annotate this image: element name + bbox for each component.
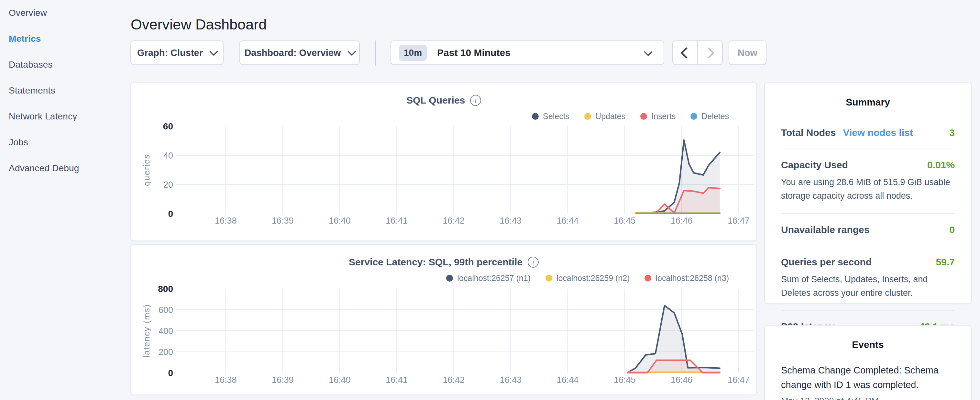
svg-text:16:46: 16:46 xyxy=(671,216,693,226)
legend-dot xyxy=(446,275,453,282)
summary-title: Summary xyxy=(765,83,971,108)
sidebar-item-network-latency[interactable]: Network Latency xyxy=(0,104,129,129)
chevron-down-icon xyxy=(209,47,218,56)
sidebar-item-metrics[interactable]: Metrics xyxy=(0,26,129,52)
summary-value: 0 xyxy=(949,224,955,235)
svg-text:16:47: 16:47 xyxy=(728,375,749,385)
summary-description: You are using 28.6 MiB of 515.9 GiB usab… xyxy=(781,176,955,203)
chevron-left-icon xyxy=(681,47,692,58)
chevron-down-icon xyxy=(644,48,652,56)
summary-label: Unavailable ranges xyxy=(781,224,869,235)
chart-legend: localhost:26257 (n1)localhost:26259 (n2)… xyxy=(446,274,729,283)
sidebar-item-overview[interactable]: Overview xyxy=(0,0,129,26)
svg-text:16:44: 16:44 xyxy=(557,375,579,385)
summary-row: Unavailable ranges0 xyxy=(781,214,955,246)
legend-item: Selects xyxy=(532,112,570,121)
view-nodes-link[interactable]: View nodes list xyxy=(843,127,913,138)
summary-description: Sum of Selects, Updates, Inserts, and De… xyxy=(781,273,955,300)
chart-header: SQL Queries xyxy=(131,83,756,106)
legend-label: Inserts xyxy=(651,112,676,121)
page-title: Overview Dashboard xyxy=(131,16,267,33)
summary-panel: Summary Total NodesView nodes list3Capac… xyxy=(764,83,972,304)
svg-text:16:39: 16:39 xyxy=(272,216,294,226)
svg-text:16:42: 16:42 xyxy=(442,216,465,226)
sql-queries-plot[interactable]: 16:3816:3916:4016:4116:4216:4316:4416:45… xyxy=(131,83,756,241)
legend-item: localhost:26259 (n2) xyxy=(546,274,630,283)
svg-text:40: 40 xyxy=(163,151,173,161)
time-range-pager xyxy=(672,40,723,65)
legend-item: Inserts xyxy=(640,112,676,121)
svg-text:16:43: 16:43 xyxy=(500,216,522,226)
svg-text:16:43: 16:43 xyxy=(500,375,522,385)
chart-header: Service Latency: SQL, 99th percentile xyxy=(131,245,756,268)
time-range-label: Past 10 Minutes xyxy=(437,47,511,58)
summary-row: Total NodesView nodes list3 xyxy=(781,117,955,149)
next-range-button[interactable] xyxy=(697,41,722,64)
summary-row: Capacity Used0.01%You are using 28.6 MiB… xyxy=(781,149,955,214)
summary-label: Capacity Used xyxy=(781,159,848,171)
info-icon[interactable] xyxy=(528,257,539,268)
svg-text:16:41: 16:41 xyxy=(386,216,408,226)
svg-text:16:41: 16:41 xyxy=(386,375,408,385)
svg-text:16:38: 16:38 xyxy=(215,216,237,226)
legend-label: Deletes xyxy=(702,112,729,121)
svg-text:latency (ms): latency (ms) xyxy=(142,304,151,358)
time-range-badge: 10m xyxy=(399,45,427,61)
sidebar: OverviewMetricsDatabasesStatementsNetwor… xyxy=(0,0,129,400)
svg-text:0: 0 xyxy=(168,368,173,378)
svg-text:16:44: 16:44 xyxy=(557,216,579,226)
svg-text:16:45: 16:45 xyxy=(614,375,636,385)
svg-text:20: 20 xyxy=(163,180,173,190)
now-button[interactable]: Now xyxy=(729,40,767,65)
summary-label: Total Nodes xyxy=(781,127,836,138)
svg-text:16:47: 16:47 xyxy=(728,216,749,226)
chart-title: Service Latency: SQL, 99th percentile xyxy=(349,257,522,268)
svg-text:400: 400 xyxy=(159,326,173,336)
legend-item: localhost:26257 (n1) xyxy=(446,274,531,283)
legend-item: Deletes xyxy=(690,112,729,121)
info-icon[interactable] xyxy=(470,95,481,106)
event-message: Schema Change Completed: Schema change w… xyxy=(781,363,955,392)
sidebar-item-jobs[interactable]: Jobs xyxy=(0,129,129,155)
svg-text:16:38: 16:38 xyxy=(215,375,237,385)
legend-item: localhost:26258 (n3) xyxy=(644,274,729,283)
events-panel: Events Schema Change Completed: Schema c… xyxy=(764,325,972,400)
legend-label: Selects xyxy=(543,112,570,121)
svg-text:16:42: 16:42 xyxy=(442,375,465,385)
graph-dropdown-label: Graph: Cluster xyxy=(137,48,203,58)
event-item: Schema Change Completed: Schema change w… xyxy=(765,363,971,400)
svg-text:16:46: 16:46 xyxy=(671,375,693,385)
chart-legend: SelectsUpdatesInsertsDeletes xyxy=(532,112,729,121)
sidebar-item-databases[interactable]: Databases xyxy=(0,52,129,78)
prev-range-button[interactable] xyxy=(673,41,697,64)
chevron-down-icon xyxy=(347,47,356,56)
time-range-selector[interactable]: 10m Past 10 Minutes xyxy=(390,40,664,65)
svg-text:16:40: 16:40 xyxy=(329,375,351,385)
summary-row: Queries per second59.7Sum of Selects, Up… xyxy=(781,246,955,311)
chart-panel-sql-queries: SQL Queries SelectsUpdatesInsertsDeletes… xyxy=(130,83,757,241)
svg-text:60: 60 xyxy=(163,121,173,131)
dashboard-dropdown[interactable]: Dashboard: Overview xyxy=(239,40,360,65)
chevron-right-icon xyxy=(703,47,714,58)
legend-dot xyxy=(640,113,647,120)
summary-rows: Total NodesView nodes list3Capacity Used… xyxy=(765,117,971,343)
sidebar-item-statements[interactable]: Statements xyxy=(0,78,129,104)
summary-value: 0.01% xyxy=(927,159,955,171)
sidebar-item-advanced-debug[interactable]: Advanced Debug xyxy=(0,155,129,181)
legend-item: Updates xyxy=(584,112,625,121)
legend-label: Updates xyxy=(595,112,625,121)
events-list: Schema Change Completed: Schema change w… xyxy=(765,363,971,400)
graph-dropdown[interactable]: Graph: Cluster xyxy=(130,40,224,65)
svg-text:800: 800 xyxy=(158,284,173,294)
controls-divider xyxy=(375,40,376,66)
svg-text:600: 600 xyxy=(159,305,173,315)
chart-title: SQL Queries xyxy=(406,95,465,106)
legend-dot xyxy=(584,113,591,120)
svg-text:16:45: 16:45 xyxy=(614,216,636,226)
chart-panel-service-latency: Service Latency: SQL, 99th percentile lo… xyxy=(130,244,757,395)
events-title: Events xyxy=(765,325,971,350)
summary-value: 59.7 xyxy=(936,257,955,268)
controls-bar: Graph: Cluster Dashboard: Overview 10m P… xyxy=(130,40,778,66)
legend-dot xyxy=(644,275,651,282)
legend-dot xyxy=(546,275,552,282)
